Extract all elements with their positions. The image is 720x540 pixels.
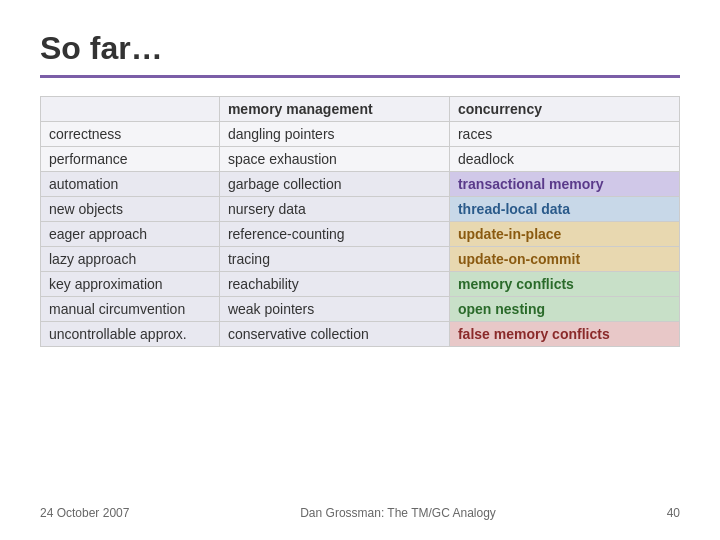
- header-col2: memory management: [219, 97, 449, 122]
- row-2-col1: automation: [41, 172, 220, 197]
- footer: 24 October 2007 Dan Grossman: The TM/GC …: [40, 494, 680, 520]
- row-6-col1: key approximation: [41, 272, 220, 297]
- table-row: performancespace exhaustiondeadlock: [41, 147, 680, 172]
- header-col1: [41, 97, 220, 122]
- row-8-col2: conservative collection: [219, 322, 449, 347]
- row-5-col3: update-on-commit: [449, 247, 679, 272]
- row-1-col3: deadlock: [449, 147, 679, 172]
- row-2-col2: garbage collection: [219, 172, 449, 197]
- row-3-col1: new objects: [41, 197, 220, 222]
- row-3-col3: thread-local data: [449, 197, 679, 222]
- table-row: lazy approachtracingupdate-on-commit: [41, 247, 680, 272]
- row-0-col2: dangling pointers: [219, 122, 449, 147]
- row-6-col2: reachability: [219, 272, 449, 297]
- table-row: uncontrollable approx.conservative colle…: [41, 322, 680, 347]
- title-divider: [40, 75, 680, 78]
- header-col3: concurrency: [449, 97, 679, 122]
- footer-date: 24 October 2007: [40, 506, 129, 520]
- table-row: automationgarbage collectiontransactiona…: [41, 172, 680, 197]
- row-8-col1: uncontrollable approx.: [41, 322, 220, 347]
- row-8-col3: false memory conflicts: [449, 322, 679, 347]
- row-7-col1: manual circumvention: [41, 297, 220, 322]
- row-7-col3: open nesting: [449, 297, 679, 322]
- row-4-col1: eager approach: [41, 222, 220, 247]
- table-body: correctnessdangling pointersracesperform…: [41, 122, 680, 347]
- table-row: eager approachreference-countingupdate-i…: [41, 222, 680, 247]
- table-row: new objectsnursery datathread-local data: [41, 197, 680, 222]
- slide-title: So far…: [40, 30, 680, 67]
- row-3-col2: nursery data: [219, 197, 449, 222]
- row-5-col1: lazy approach: [41, 247, 220, 272]
- row-5-col2: tracing: [219, 247, 449, 272]
- footer-page: 40: [667, 506, 680, 520]
- row-4-col3: update-in-place: [449, 222, 679, 247]
- content-table: memory management concurrency correctnes…: [40, 96, 680, 347]
- slide: So far… memory management concurrency co…: [0, 0, 720, 540]
- table-row: key approximationreachabilitymemory conf…: [41, 272, 680, 297]
- row-2-col3: transactional memory: [449, 172, 679, 197]
- row-1-col1: performance: [41, 147, 220, 172]
- row-0-col3: races: [449, 122, 679, 147]
- table-row: manual circumventionweak pointersopen ne…: [41, 297, 680, 322]
- table-header: memory management concurrency: [41, 97, 680, 122]
- footer-title: Dan Grossman: The TM/GC Analogy: [300, 506, 496, 520]
- row-1-col2: space exhaustion: [219, 147, 449, 172]
- row-4-col2: reference-counting: [219, 222, 449, 247]
- row-6-col3: memory conflicts: [449, 272, 679, 297]
- row-0-col1: correctness: [41, 122, 220, 147]
- table-row: correctnessdangling pointersraces: [41, 122, 680, 147]
- row-7-col2: weak pointers: [219, 297, 449, 322]
